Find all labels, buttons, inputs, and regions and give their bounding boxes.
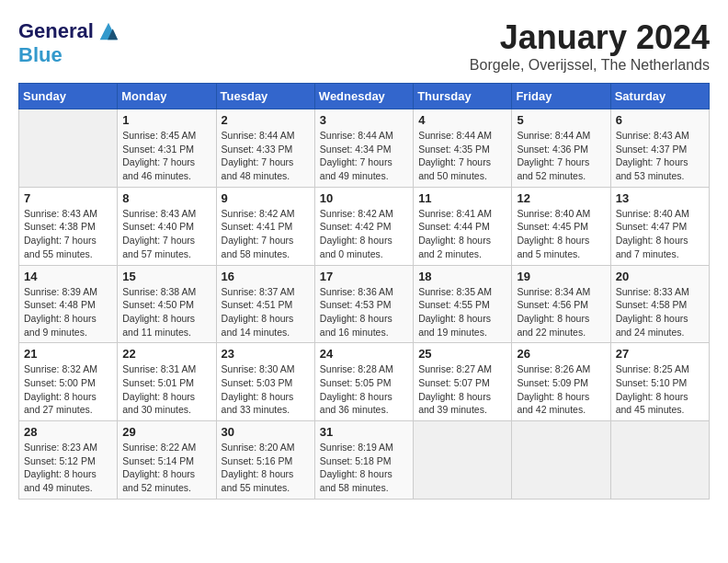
- table-row: [512, 421, 610, 500]
- daylight-text: Daylight: 8 hours and 16 minutes.: [320, 313, 392, 338]
- sunrise-text: Sunrise: 8:23 AM: [24, 442, 97, 453]
- sunset-text: Sunset: 4:33 PM: [222, 144, 293, 155]
- calendar-week-row: 21 Sunrise: 8:32 AM Sunset: 5:00 PM Dayl…: [19, 343, 710, 421]
- day-number: 24: [320, 347, 408, 361]
- sunset-text: Sunset: 5:16 PM: [222, 455, 293, 466]
- calendar-body: 1 Sunrise: 8:45 AM Sunset: 4:31 PM Dayli…: [19, 109, 710, 500]
- day-number: 17: [320, 270, 408, 283]
- cell-info: Sunrise: 8:41 AM Sunset: 4:44 PM Dayligh…: [418, 207, 506, 261]
- sunset-text: Sunset: 5:18 PM: [320, 455, 392, 466]
- col-saturday: Saturday: [610, 84, 709, 109]
- calendar-week-row: 14 Sunrise: 8:39 AM Sunset: 4:48 PM Dayl…: [19, 265, 710, 343]
- sunset-text: Sunset: 5:10 PM: [616, 377, 688, 388]
- daylight-text: Daylight: 8 hours and 49 minutes.: [24, 468, 97, 493]
- cell-info: Sunrise: 8:28 AM Sunset: 5:05 PM Dayligh…: [320, 362, 408, 417]
- sunrise-text: Sunrise: 8:39 AM: [24, 286, 97, 297]
- table-row: 6 Sunrise: 8:43 AM Sunset: 4:37 PM Dayli…: [610, 109, 709, 188]
- daylight-text: Daylight: 8 hours and 42 minutes.: [517, 391, 589, 416]
- day-number: 28: [24, 425, 112, 439]
- day-number: 13: [616, 191, 704, 205]
- sunrise-text: Sunrise: 8:33 AM: [616, 286, 689, 297]
- sunrise-text: Sunrise: 8:44 AM: [418, 130, 492, 141]
- day-number: 31: [320, 425, 408, 439]
- sunset-text: Sunset: 4:41 PM: [222, 221, 293, 232]
- logo-blue-text: Blue: [18, 43, 63, 66]
- sunset-text: Sunset: 5:00 PM: [24, 377, 96, 388]
- day-number: 2: [222, 113, 310, 127]
- sunrise-text: Sunrise: 8:25 AM: [616, 363, 689, 374]
- cell-info: Sunrise: 8:44 AM Sunset: 4:34 PM Dayligh…: [320, 129, 408, 183]
- sunset-text: Sunset: 4:47 PM: [616, 221, 688, 232]
- col-friday: Friday: [512, 84, 610, 109]
- table-row: [19, 109, 118, 188]
- location-subtitle: Borgele, Overijssel, The Netherlands: [470, 57, 710, 74]
- table-row: 11 Sunrise: 8:41 AM Sunset: 4:44 PM Dayl…: [414, 187, 512, 265]
- daylight-text: Daylight: 7 hours and 50 minutes.: [418, 156, 491, 181]
- cell-info: Sunrise: 8:39 AM Sunset: 4:48 PM Dayligh…: [24, 285, 112, 339]
- daylight-text: Daylight: 7 hours and 53 minutes.: [616, 156, 688, 181]
- day-number: 3: [320, 113, 408, 127]
- col-monday: Monday: [118, 84, 216, 109]
- sunrise-text: Sunrise: 8:42 AM: [320, 208, 393, 219]
- table-row: 29 Sunrise: 8:22 AM Sunset: 5:14 PM Dayl…: [118, 421, 216, 500]
- calendar-week-row: 1 Sunrise: 8:45 AM Sunset: 4:31 PM Dayli…: [19, 109, 710, 188]
- table-row: 26 Sunrise: 8:26 AM Sunset: 5:09 PM Dayl…: [512, 343, 610, 421]
- sunset-text: Sunset: 4:53 PM: [320, 299, 392, 310]
- sunrise-text: Sunrise: 8:19 AM: [320, 442, 393, 453]
- table-row: 20 Sunrise: 8:33 AM Sunset: 4:58 PM Dayl…: [610, 265, 709, 343]
- cell-info: Sunrise: 8:36 AM Sunset: 4:53 PM Dayligh…: [320, 285, 408, 339]
- daylight-text: Daylight: 8 hours and 14 minutes.: [222, 313, 294, 338]
- sunrise-text: Sunrise: 8:35 AM: [418, 286, 492, 297]
- day-number: 8: [122, 191, 210, 205]
- sunrise-text: Sunrise: 8:40 AM: [616, 208, 689, 219]
- day-number: 30: [222, 425, 310, 439]
- sunrise-text: Sunrise: 8:37 AM: [222, 286, 295, 297]
- col-thursday: Thursday: [414, 84, 512, 109]
- sunset-text: Sunset: 4:34 PM: [320, 144, 392, 155]
- table-row: 7 Sunrise: 8:43 AM Sunset: 4:38 PM Dayli…: [19, 187, 118, 265]
- daylight-text: Daylight: 8 hours and 5 minutes.: [517, 235, 589, 259]
- cell-info: Sunrise: 8:32 AM Sunset: 5:00 PM Dayligh…: [24, 362, 112, 417]
- logo: General Blue: [18, 18, 121, 66]
- day-number: 14: [24, 270, 112, 283]
- cell-info: Sunrise: 8:44 AM Sunset: 4:36 PM Dayligh…: [517, 129, 605, 183]
- day-number: 21: [24, 347, 112, 361]
- day-number: 5: [517, 113, 605, 127]
- sunset-text: Sunset: 4:44 PM: [418, 221, 490, 232]
- sunset-text: Sunset: 5:12 PM: [24, 455, 96, 466]
- day-number: 19: [517, 270, 605, 283]
- table-row: 15 Sunrise: 8:38 AM Sunset: 4:50 PM Dayl…: [118, 265, 216, 343]
- daylight-text: Daylight: 8 hours and 36 minutes.: [320, 391, 392, 416]
- table-row: 3 Sunrise: 8:44 AM Sunset: 4:34 PM Dayli…: [314, 109, 413, 188]
- cell-info: Sunrise: 8:23 AM Sunset: 5:12 PM Dayligh…: [24, 441, 112, 495]
- day-number: 25: [418, 347, 506, 361]
- table-row: 16 Sunrise: 8:37 AM Sunset: 4:51 PM Dayl…: [216, 265, 314, 343]
- table-row: 21 Sunrise: 8:32 AM Sunset: 5:00 PM Dayl…: [19, 343, 118, 421]
- daylight-text: Daylight: 8 hours and 22 minutes.: [517, 313, 589, 338]
- daylight-text: Daylight: 8 hours and 9 minutes.: [24, 313, 97, 338]
- cell-info: Sunrise: 8:20 AM Sunset: 5:16 PM Dayligh…: [222, 441, 310, 495]
- sunrise-text: Sunrise: 8:20 AM: [222, 442, 295, 453]
- sunset-text: Sunset: 5:09 PM: [517, 377, 588, 388]
- table-row: 27 Sunrise: 8:25 AM Sunset: 5:10 PM Dayl…: [610, 343, 709, 421]
- daylight-text: Daylight: 8 hours and 30 minutes.: [122, 391, 195, 416]
- table-row: 1 Sunrise: 8:45 AM Sunset: 4:31 PM Dayli…: [118, 109, 216, 188]
- col-tuesday: Tuesday: [216, 84, 314, 109]
- day-number: 12: [517, 191, 605, 205]
- table-row: 10 Sunrise: 8:42 AM Sunset: 4:42 PM Dayl…: [314, 187, 413, 265]
- sunset-text: Sunset: 4:38 PM: [24, 221, 96, 232]
- daylight-text: Daylight: 7 hours and 48 minutes.: [222, 156, 294, 181]
- day-number: 26: [517, 347, 605, 361]
- cell-info: Sunrise: 8:43 AM Sunset: 4:40 PM Dayligh…: [122, 207, 210, 261]
- day-number: 9: [222, 191, 310, 205]
- sunset-text: Sunset: 4:48 PM: [24, 299, 96, 310]
- daylight-text: Daylight: 8 hours and 33 minutes.: [222, 391, 294, 416]
- sunset-text: Sunset: 4:31 PM: [122, 144, 194, 155]
- sunrise-text: Sunrise: 8:43 AM: [122, 208, 196, 219]
- day-number: 29: [122, 425, 210, 439]
- cell-info: Sunrise: 8:26 AM Sunset: 5:09 PM Dayligh…: [517, 362, 605, 417]
- calendar-week-row: 28 Sunrise: 8:23 AM Sunset: 5:12 PM Dayl…: [19, 421, 710, 500]
- table-row: 13 Sunrise: 8:40 AM Sunset: 4:47 PM Dayl…: [610, 187, 709, 265]
- cell-info: Sunrise: 8:19 AM Sunset: 5:18 PM Dayligh…: [320, 441, 408, 495]
- cell-info: Sunrise: 8:30 AM Sunset: 5:03 PM Dayligh…: [222, 362, 310, 417]
